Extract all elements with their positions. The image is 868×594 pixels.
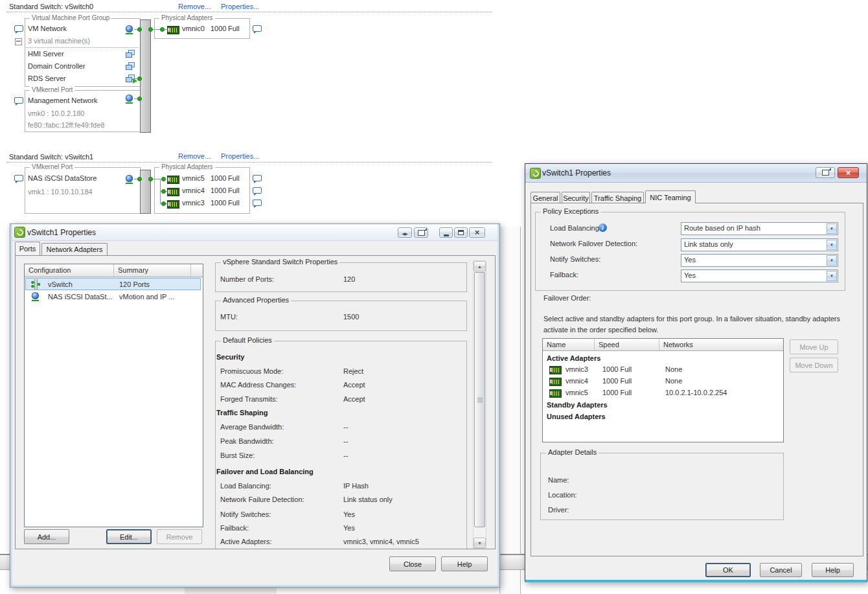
port-group-name[interactable]: VM Network: [28, 25, 67, 33]
configuration-list[interactable]: Configuration Summary vSwitch 120 Ports …: [24, 264, 203, 527]
help-button[interactable]: Help: [441, 556, 488, 571]
remove-button[interactable]: Remove: [157, 529, 202, 544]
adapter-speed: 1000 Full: [602, 377, 632, 385]
mtu-label: MTU:: [220, 313, 238, 321]
nic-name[interactable]: vmnic5: [182, 174, 205, 183]
collapse-expander-icon[interactable]: [15, 38, 22, 45]
vmware-app-icon: [530, 168, 541, 179]
failback-select[interactable]: Yes ▼: [681, 269, 838, 282]
popout-icon: [822, 170, 829, 176]
vmkernel-name[interactable]: NAS iSCSI DataStore: [28, 174, 97, 183]
scroll-down-button[interactable]: ▼: [474, 538, 486, 548]
vm-count-label: 3 virtual machine(s): [28, 37, 90, 45]
cancel-button[interactable]: Cancel: [760, 563, 802, 577]
failback-label: Failback:: [550, 271, 578, 279]
column-summary[interactable]: Summary: [114, 264, 191, 277]
column-name[interactable]: Name: [543, 339, 595, 350]
adapter-driver-label: Driver:: [548, 506, 569, 514]
vmkernel-port-legend: VMkernel Port: [30, 86, 74, 93]
policy-label: Peak Bandwidth:: [220, 437, 274, 446]
popout-button[interactable]: [816, 167, 835, 178]
chevron-down-icon[interactable]: ▼: [827, 271, 837, 281]
move-down-button[interactable]: Move Down: [790, 358, 838, 372]
annotation-icon: [253, 25, 262, 32]
select-value: Yes: [684, 256, 696, 264]
column-configuration[interactable]: Configuration: [25, 264, 114, 277]
failover-order-table[interactable]: Name Speed Networks Active Adapters vmni…: [542, 338, 784, 442]
scrollbar-thumb[interactable]: [474, 272, 485, 527]
group-legend: Policy Exceptions: [541, 207, 600, 215]
help-button[interactable]: Help: [812, 563, 854, 577]
background-scrollbar-track[interactable]: [499, 227, 521, 594]
port-dot: [148, 27, 153, 32]
tab-ports[interactable]: Ports: [15, 242, 40, 255]
vswitch1-properties-dialog-nic-teaming: vSwitch1 Properties General Security Tra…: [525, 163, 867, 582]
scroll-up-button[interactable]: ▲: [474, 261, 486, 271]
chevron-down-icon[interactable]: ▼: [827, 223, 837, 234]
maximize-button[interactable]: [454, 227, 468, 238]
tab-general[interactable]: General: [531, 192, 560, 203]
active-adapters-header: Active Adapters: [547, 354, 600, 363]
close-button[interactable]: [469, 227, 485, 238]
vm-label[interactable]: Domain Controller: [28, 62, 86, 71]
vmkernel-name[interactable]: Management Network: [28, 97, 98, 105]
panel-scrollbar[interactable]: ▲ ▼: [473, 260, 486, 549]
load-balancing-select[interactable]: Route based on IP hash ▼: [681, 222, 838, 235]
close-dialog-button[interactable]: Close: [389, 556, 436, 571]
minimize-button[interactable]: [439, 227, 453, 238]
popout-button[interactable]: [414, 227, 428, 238]
chevron-down-icon[interactable]: ▼: [827, 255, 837, 266]
notify-switches-select[interactable]: Yes ▼: [681, 254, 838, 267]
mtu-value: 1500: [343, 313, 359, 321]
adapter-row[interactable]: vmnic3 1000 Full None: [543, 365, 782, 376]
move-up-button[interactable]: Move Up: [790, 339, 838, 354]
tab-network-adapters[interactable]: Network Adapters: [41, 243, 108, 255]
nic-name[interactable]: vmnic0: [182, 25, 205, 33]
vswitch1-properties-link[interactable]: Properties...: [221, 152, 259, 161]
edit-button[interactable]: Edit...: [106, 529, 152, 544]
vm-label[interactable]: HMI Server: [28, 50, 64, 58]
list-header[interactable]: Configuration Summary: [25, 264, 203, 277]
adapter-details-group: Adapter Details: [540, 453, 784, 520]
vswitch0-remove-link[interactable]: Remove...: [178, 3, 211, 11]
chevron-down-icon[interactable]: ▼: [827, 240, 837, 250]
tab-security[interactable]: Security: [562, 192, 590, 203]
failover-detection-select[interactable]: Link status only ▼: [681, 238, 838, 251]
policy-label: Forged Transmits:: [220, 395, 278, 404]
port-dot: [137, 27, 142, 32]
policy-label: Notify Switches:: [220, 510, 271, 519]
list-row-vswitch-selected[interactable]: vSwitch 120 Ports: [25, 278, 201, 290]
column-speed[interactable]: Speed: [595, 339, 659, 350]
vswitch1-remove-link[interactable]: Remove...: [178, 152, 211, 161]
vm-label[interactable]: RDS Server: [28, 74, 66, 83]
column-networks[interactable]: Networks: [659, 339, 783, 350]
vm-port-group-legend: Virtual Machine Port Group: [30, 14, 111, 21]
group-legend: Advanced Properties: [221, 296, 291, 304]
traffic-shaping-section-header: Traffic Shaping: [216, 409, 268, 417]
vswitch-icon: [30, 279, 41, 290]
annotation-icon: [253, 200, 262, 206]
adapter-row[interactable]: vmnic4 1000 Full None: [543, 376, 782, 387]
close-button[interactable]: [838, 167, 859, 178]
adapter-speed: 1000 Full: [602, 389, 632, 397]
nic-name[interactable]: vmnic4: [182, 187, 205, 195]
minimize-icon: [444, 234, 449, 236]
adapter-location-label: Location:: [548, 491, 577, 499]
vswitch0-properties-link[interactable]: Properties...: [221, 3, 259, 11]
nic-duplex: Full: [228, 199, 240, 207]
network-globe-icon: [126, 25, 133, 32]
list-row-portgroup[interactable]: NAS iSCSI DataSt... vMotion and IP ...: [25, 291, 201, 303]
undock-button[interactable]: [398, 227, 412, 238]
maximize-icon: [458, 230, 464, 235]
table-header[interactable]: Name Speed Networks: [543, 339, 783, 351]
tab-traffic-shaping[interactable]: Traffic Shaping: [591, 192, 644, 203]
number-of-ports-value: 120: [343, 275, 355, 284]
add-button[interactable]: Add...: [24, 529, 69, 544]
ok-button[interactable]: OK: [705, 563, 751, 577]
nic-name[interactable]: vmnic3: [182, 199, 205, 207]
nic-icon: [167, 188, 179, 196]
adapter-row[interactable]: vmnic5 1000 Full 10.0.2.1-10.0.2.254: [543, 388, 782, 399]
tab-nic-teaming[interactable]: NIC Teaming: [645, 190, 696, 203]
annotation-icon: [14, 25, 23, 32]
info-icon[interactable]: [599, 223, 607, 232]
